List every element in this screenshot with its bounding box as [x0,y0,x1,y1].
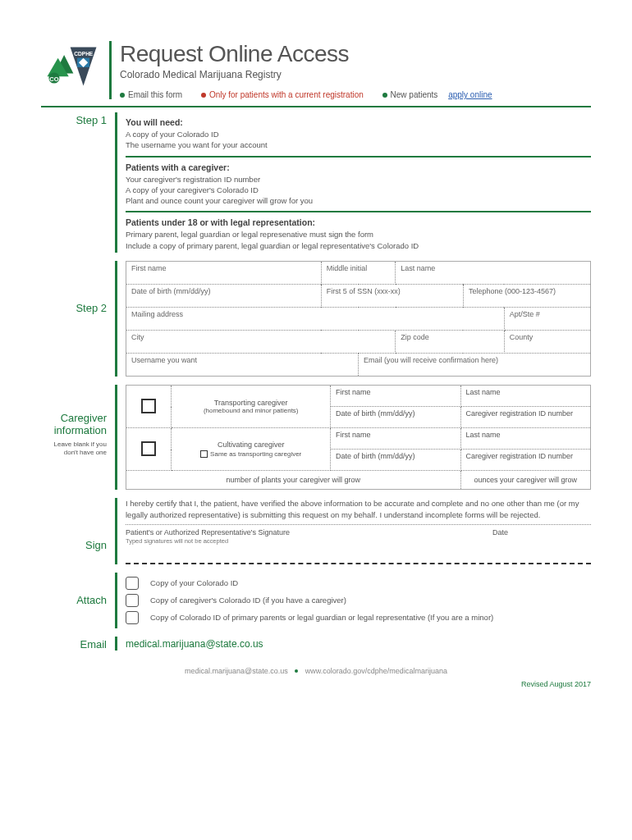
transport-first-name[interactable]: First name [331,386,460,407]
caregiver-section: Caregiver information Leave blank if you… [41,385,591,490]
need-line-1: A copy of your Colorado ID [126,129,591,139]
attach-item-1: Copy of your Colorado ID [150,578,238,587]
patient-info-table: First name Middle initial Last name Date… [126,261,591,377]
caregiver-label: Caregiver information [41,413,107,437]
date-label: Date [492,528,591,545]
telephone-field[interactable]: Telephone (000-123-4567) [463,285,590,308]
transporting-checkbox[interactable] [141,399,156,413]
dob-field[interactable]: Date of birth (mm/dd/yy) [126,285,322,308]
header: CO CDPHE Request Online Access Colorado … [41,41,591,107]
footer-revised: Revised August 2017 [41,680,591,688]
svg-text:CO: CO [49,75,58,83]
caregiver-line-2: A copy of your caregiver's Colorado ID [126,185,591,195]
need-heading: You will need: [126,117,591,127]
username-field[interactable]: Username you want [126,354,359,377]
email-field[interactable]: Email (you will receive confirmation her… [359,354,591,377]
sign-label: Sign [41,498,115,564]
bullet-new-patients: New patients [391,90,441,99]
cultivate-last-name[interactable]: Last name [460,428,590,450]
page-title: Request Online Access [120,41,591,67]
minor-line-1: Primary parent, legal guardian or legal … [126,229,591,240]
step-2-label: Step 2 [41,261,115,377]
caregiver-table: Transporting caregiver (homebound and mi… [126,385,591,490]
same-as-checkbox[interactable] [200,450,208,458]
plants-field[interactable]: number of plants your caregiver will gro… [126,471,461,490]
attach-section: Attach Copy of your Colorado ID Copy of … [41,573,591,628]
email-label: Email [41,637,115,651]
minor-line-2: Include a copy of primary parent, legal … [126,240,591,251]
sign-section: Sign I hereby certify that I, the patien… [41,498,591,564]
ssn-field[interactable]: First 5 of SSN (xxx-xx) [321,285,463,308]
svg-text:CDPHE: CDPHE [74,51,94,57]
caregiver-heading: Patients with a caregiver: [126,162,591,172]
step-1-label: Step 1 [41,112,115,253]
page-subtitle: Colorado Medical Marijuana Registry [120,69,591,80]
first-name-field[interactable]: First name [126,262,322,285]
header-bullets: Email this form Only for patients with a… [120,90,591,99]
transport-dob[interactable]: Date of birth (mm/dd/yy) [331,407,460,428]
cultivate-dob[interactable]: Date of birth (mm/dd/yy) [331,450,460,471]
attach-checkbox-3[interactable] [126,611,139,624]
cultivate-reg-id[interactable]: Caregiver registration ID number [460,450,590,471]
mailing-address-field[interactable]: Mailing address [126,308,505,331]
attach-item-2: Copy of caregiver's Colorado ID (if you … [150,596,346,605]
caregiver-line-1: Your caregiver's registration ID number [126,174,591,185]
footer: medical.marijuana@state.co.us www.colora… [41,667,591,688]
transport-reg-id[interactable]: Caregiver registration ID number [460,407,590,428]
apply-online-link[interactable]: apply online [448,90,492,99]
footer-email: medical.marijuana@state.co.us [185,667,288,675]
apt-field[interactable]: Apt/Ste # [504,308,590,331]
step-1-section: Step 1 You will need: A copy of your Col… [41,112,591,253]
certify-text: I hereby certify that I, the patient, ha… [126,498,591,525]
bullet-current-only: Only for patients with a current registr… [209,90,364,99]
email-address: medical.marijuana@state.co.us [126,637,591,650]
need-line-2: The username you want for your account [126,139,591,150]
step-2-section: Step 2 First name Middle initial Last na… [41,261,591,377]
caregiver-line-3: Plant and ounce count your caregiver wil… [126,195,591,206]
attach-label: Attach [41,573,115,628]
cultivating-label: Cultivating caregiver [175,441,327,449]
caregiver-sublabel: Leave blank if you don't have one [41,441,107,456]
cultivating-checkbox[interactable] [141,441,156,456]
same-as-label: Same as transporting caregiver [210,450,301,458]
email-section: Email medical.marijuana@state.co.us [41,637,591,651]
signature-label: Patient's or Authorized Representative's… [126,528,492,536]
last-name-field[interactable]: Last name [396,262,591,285]
signature-note: Typed signatures will not be accepted [126,537,492,545]
zip-field[interactable]: Zip code [396,331,505,354]
transporting-label: Transporting caregiver [175,399,327,407]
ounces-field[interactable]: ounces your caregiver will grow [460,471,590,490]
attach-checkbox-1[interactable] [126,577,139,590]
cdphe-logo: CO CDPHE [41,41,103,95]
bullet-email-form: Email this form [128,90,182,99]
transport-last-name[interactable]: Last name [460,386,590,407]
city-field[interactable]: City [126,331,396,354]
footer-url: www.colorado.gov/cdphe/medicalmarijuana [305,667,447,675]
county-field[interactable]: County [504,331,590,354]
transporting-sublabel: (homebound and minor patients) [175,407,327,414]
minor-heading: Patients under 18 or with legal represen… [126,217,591,227]
middle-initial-field[interactable]: Middle initial [321,262,396,285]
signature-line[interactable] [126,563,591,564]
cultivate-first-name[interactable]: First name [331,428,460,450]
attach-item-3: Copy of Colorado ID of primary parents o… [150,613,493,622]
attach-checkbox-2[interactable] [126,594,139,607]
